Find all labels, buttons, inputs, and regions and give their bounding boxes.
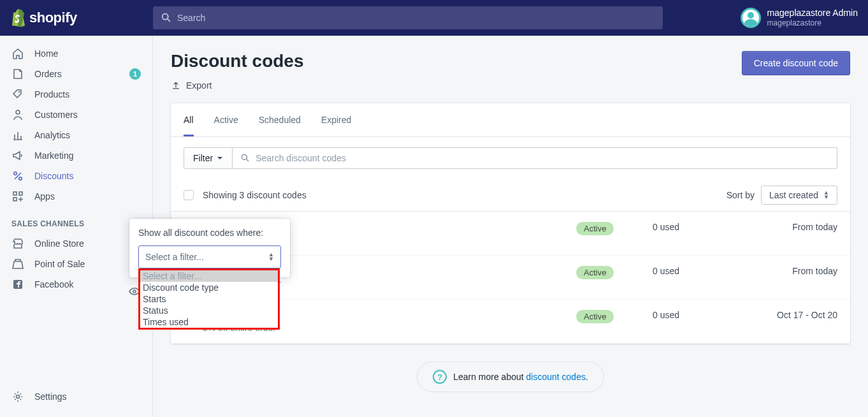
sidebar-item-analytics[interactable]: Analytics <box>0 125 152 145</box>
sidebar-item-label: Discounts <box>34 171 141 181</box>
sidebar-item-products[interactable]: Products <box>0 84 152 105</box>
topbar: shopify mageplazastore Admin mageplazast… <box>0 0 868 36</box>
sidebar-item-customers[interactable]: Customers <box>0 105 152 125</box>
svg-point-3 <box>19 177 22 180</box>
tab-all[interactable]: All <box>184 103 194 136</box>
status-badge: Active <box>576 222 614 235</box>
discount-period: Oct 17 - Oct 20 <box>742 310 837 320</box>
svg-point-0 <box>18 91 20 92</box>
sidebar-item-settings[interactable]: Settings <box>0 386 152 407</box>
export-icon <box>171 80 181 91</box>
svg-point-9 <box>133 290 136 293</box>
caret-down-icon <box>217 155 223 161</box>
global-search[interactable] <box>153 6 663 29</box>
select-all-checkbox[interactable] <box>184 190 194 200</box>
tab-scheduled[interactable]: Scheduled <box>259 103 301 136</box>
create-discount-button[interactable]: Create discount code <box>742 51 850 75</box>
export-button[interactable]: Export <box>171 80 303 91</box>
sidebar-item-label: Analytics <box>34 130 141 140</box>
discount-search[interactable] <box>233 147 837 169</box>
page-title: Discount codes <box>171 51 303 71</box>
orders-icon <box>11 68 24 80</box>
tab-active[interactable]: Active <box>214 103 238 136</box>
help-icon: ? <box>433 370 447 384</box>
filter-label: Filter <box>193 153 213 163</box>
products-icon <box>11 88 24 101</box>
filter-dropdown-list: Select a filter... Discount code type St… <box>138 270 280 330</box>
search-icon <box>161 12 172 24</box>
learn-more-link[interactable]: discount codes <box>526 372 586 382</box>
global-search-input[interactable] <box>177 13 655 23</box>
filter-option-placeholder[interactable]: Select a filter... <box>140 270 278 282</box>
sidebar-item-label: Products <box>34 89 141 99</box>
filter-select[interactable]: Select a filter... ▲▼ <box>138 245 281 268</box>
sidebar-item-label: Online Store <box>34 238 141 249</box>
user-name: mageplazastore Admin <box>767 8 858 18</box>
selection-count: Showing 3 discount codes <box>203 190 307 200</box>
sort-carets-icon: ▲▼ <box>823 191 829 200</box>
shopify-icon <box>10 9 25 27</box>
sidebar-item-apps[interactable]: Apps <box>0 186 152 207</box>
sidebar-item-marketing[interactable]: Marketing <box>0 145 152 166</box>
discount-period: From today <box>742 222 837 232</box>
sidebar-item-label: Apps <box>34 191 141 201</box>
sidebar-item-label: Settings <box>34 391 141 402</box>
pos-icon <box>11 258 24 270</box>
filter-button[interactable]: Filter <box>184 147 233 169</box>
sidebar-item-label: Home <box>34 48 141 59</box>
search-icon <box>240 153 250 163</box>
sidebar-item-label: Point of Sale <box>34 259 141 269</box>
filter-option-times-used[interactable]: Times used <box>140 316 278 328</box>
svg-point-8 <box>17 395 20 399</box>
discounts-icon <box>11 170 24 182</box>
learn-more-suffix: . <box>586 372 588 382</box>
sidebar-item-home[interactable]: Home <box>0 43 152 64</box>
home-icon <box>11 47 24 60</box>
orders-badge: 1 <box>129 68 141 80</box>
sidebar-item-label: Marketing <box>34 150 141 161</box>
online-store-icon <box>11 237 24 250</box>
filter-select-value: Select a filter... <box>145 252 204 262</box>
export-label: Export <box>186 80 212 91</box>
svg-point-2 <box>14 172 17 175</box>
brand-logo[interactable]: shopify <box>10 9 153 27</box>
discount-period: From today <box>742 266 837 276</box>
gear-icon <box>11 390 24 403</box>
filter-option-status[interactable]: Status <box>140 305 278 316</box>
sidebar-item-label: Orders <box>34 69 119 79</box>
filter-option-type[interactable]: Discount code type <box>140 282 278 293</box>
facebook-icon <box>11 278 24 291</box>
filter-option-starts[interactable]: Starts <box>140 293 278 305</box>
discount-used: 0 used <box>653 266 742 276</box>
sidebar-item-orders[interactable]: Orders 1 <box>0 64 152 84</box>
tabs: All Active Scheduled Expired <box>171 103 850 137</box>
status-badge: Active <box>576 266 614 279</box>
svg-rect-5 <box>19 192 22 195</box>
sort-button[interactable]: Last created ▲▼ <box>761 186 837 205</box>
avatar <box>741 8 761 28</box>
learn-more-prefix: Learn more about <box>453 372 526 382</box>
discount-used: 0 used <box>653 222 742 232</box>
brand-text: shopify <box>29 10 77 26</box>
discount-search-input[interactable] <box>256 153 829 163</box>
apps-icon <box>11 190 24 203</box>
svg-point-1 <box>16 110 20 114</box>
sidebar-item-label: Facebook <box>34 279 141 289</box>
analytics-icon <box>11 129 24 142</box>
marketing-icon <box>11 149 24 162</box>
learn-more-callout: ? Learn more about discount codes. <box>417 362 604 392</box>
select-carets-icon: ▲▼ <box>268 252 274 261</box>
user-menu[interactable]: mageplazastore Admin mageplazastore <box>721 8 858 28</box>
status-badge: Active <box>576 310 614 323</box>
sort-label: Sort by <box>727 190 755 200</box>
sort-value: Last created <box>769 190 818 200</box>
svg-rect-6 <box>13 198 17 201</box>
svg-rect-4 <box>13 192 17 195</box>
customers-icon <box>11 108 24 121</box>
discount-used: 0 used <box>653 310 742 320</box>
filter-popover-title: Show all discount codes where: <box>138 228 281 238</box>
sidebar-item-label: Customers <box>34 110 141 120</box>
tab-expired[interactable]: Expired <box>321 103 351 136</box>
user-store: mageplazastore <box>767 18 858 27</box>
sidebar-item-discounts[interactable]: Discounts <box>0 166 152 186</box>
